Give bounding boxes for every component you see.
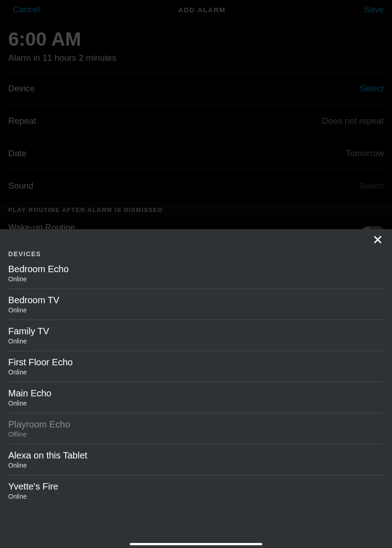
device-item-name: Bedroom TV	[8, 295, 384, 306]
device-item[interactable]: Family TVOnline	[8, 320, 384, 351]
repeat-row[interactable]: Repeat Does not repeat	[0, 105, 392, 137]
device-item-status: Online	[8, 306, 384, 314]
device-item-status: Online	[8, 369, 384, 376]
device-item-status: Offline	[8, 431, 384, 438]
sound-label: Sound	[8, 181, 33, 191]
device-item-name: First Floor Echo	[8, 357, 384, 368]
page-title: ADD ALARM	[178, 6, 226, 14]
save-button[interactable]: Save	[364, 5, 384, 15]
home-indicator[interactable]	[130, 543, 262, 545]
device-value: Select	[360, 84, 384, 94]
device-item[interactable]: Bedroom EchoOnline	[8, 260, 384, 289]
device-item-name: Alexa on this Tablet	[8, 450, 384, 461]
device-item-name: Yvette's Fire	[8, 481, 384, 492]
device-item[interactable]: Bedroom TVOnline	[8, 289, 384, 320]
device-row[interactable]: Device Select	[0, 73, 392, 105]
device-item[interactable]: Main EchoOnline	[8, 382, 384, 413]
header: Cancel ADD ALARM Save	[0, 0, 392, 19]
routine-section-header: PLAY ROUTINE AFTER ALARM IS DISMISSED	[0, 202, 392, 217]
device-item-status: Online	[8, 400, 384, 407]
date-row[interactable]: Date Tomorrow	[0, 137, 392, 169]
device-item[interactable]: Alexa on this TabletOnline	[8, 444, 384, 475]
device-item-name: Playroom Echo	[8, 419, 384, 430]
repeat-value: Does not repeat	[322, 116, 384, 126]
device-picker-sheet: ✕ DEVICES Bedroom EchoOnlineBedroom TVOn…	[0, 229, 392, 548]
device-item[interactable]: Yvette's FireOnline	[8, 475, 384, 506]
sound-row[interactable]: Sound Select	[0, 170, 392, 202]
device-item-status: Online	[8, 462, 384, 469]
device-item-name: Main Echo	[8, 388, 384, 399]
alarm-time-block[interactable]: 6:00 AM Alarm in 11 hours 2 minutes	[0, 19, 392, 72]
device-item-status: Online	[8, 337, 384, 345]
sound-value: Select	[360, 181, 384, 191]
cancel-button[interactable]: Cancel	[13, 5, 40, 15]
close-icon[interactable]: ✕	[372, 234, 383, 247]
device-item[interactable]: First Floor EchoOnline	[8, 351, 384, 382]
device-item-name: Bedroom Echo	[8, 264, 384, 274]
devices-header: DEVICES	[0, 229, 392, 260]
device-label: Device	[8, 84, 35, 94]
alarm-remaining: Alarm in 11 hours 2 minutes	[8, 53, 384, 63]
repeat-label: Repeat	[8, 116, 36, 126]
device-item-status: Online	[8, 493, 384, 500]
device-item-name: Family TV	[8, 326, 384, 337]
device-item[interactable]: Playroom EchoOffline	[8, 413, 384, 444]
device-list: Bedroom EchoOnlineBedroom TVOnlineFamily…	[0, 260, 392, 506]
date-value: Tomorrow	[346, 148, 384, 158]
device-item-status: Online	[8, 275, 384, 283]
alarm-time: 6:00 AM	[8, 28, 384, 50]
date-label: Date	[8, 148, 26, 158]
